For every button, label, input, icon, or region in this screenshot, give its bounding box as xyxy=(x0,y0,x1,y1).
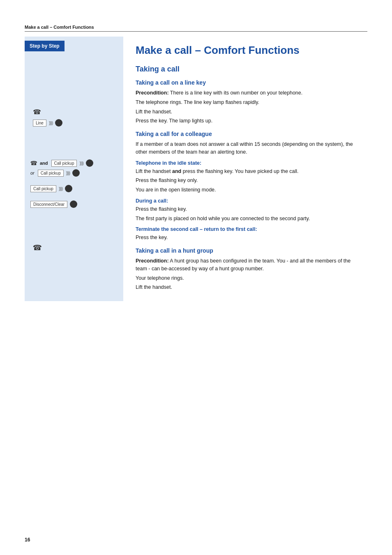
line-key-line2: Lift the handset. xyxy=(136,108,359,116)
subsection-hunt-group-title: Taking a call in a hunt group xyxy=(136,247,359,254)
call-pickup-box-2: Call pickup xyxy=(38,170,64,177)
diagram-colleague: ☎ and Call pickup )))) or Call pickup ))… xyxy=(25,131,123,215)
diagram-row-during: Call pickup )))) xyxy=(30,185,119,192)
line-key-line1: The telephone rings. The line key lamp f… xyxy=(136,99,359,106)
wave-icon-2: )))) xyxy=(79,161,83,166)
during-line1: Press the flashing key. xyxy=(136,205,359,213)
idle-line1: Lift the handset and press the flashing … xyxy=(136,168,359,175)
page-number: 16 xyxy=(25,537,30,543)
diagram-row-handset-hunt: ☎ xyxy=(33,243,119,252)
content-area: Step by Step ☎ Line )))) xyxy=(25,37,367,301)
hunt-line1: Your telephone rings. xyxy=(136,274,359,282)
line-key-line3: Press the key. The lamp lights up. xyxy=(136,117,359,125)
terminate-line1: Press the key. xyxy=(136,234,359,242)
handset-icon-3: ☎ xyxy=(33,243,42,252)
diagram-row-line-key: Line )))) xyxy=(33,119,119,127)
call-pickup-box-3: Call pickup xyxy=(30,185,56,192)
subsection-line-key-title: Taking a call on a line key xyxy=(136,79,359,86)
breadcrumb: Make a call – Comfort Functions xyxy=(25,25,94,30)
wave-icon-1: )))) xyxy=(49,121,53,125)
hunt-line2: Lift the handset. xyxy=(136,283,359,291)
during-line2: The first party is placed on hold while … xyxy=(136,215,359,223)
wave-icon-4: )))) xyxy=(59,187,62,191)
idle-line3: You are in the open listening mode. xyxy=(136,186,359,194)
header-line: Make a call – Comfort Functions xyxy=(25,25,367,32)
and-bold: and xyxy=(172,168,181,174)
main-title: Make a call – Comfort Functions xyxy=(136,44,359,57)
section-taking-a-call: Taking a call xyxy=(136,65,359,74)
hunt-precondition: Precondition: A hunt group has been conf… xyxy=(136,257,359,273)
idle-line2: Press the flashing key only. xyxy=(136,177,359,184)
page: Make a call – Comfort Functions Step by … xyxy=(0,0,392,555)
line-key-box: Line xyxy=(33,120,46,127)
and-label: and xyxy=(40,161,48,166)
circle-btn-1 xyxy=(55,119,62,127)
subsection-colleague-title: Taking a call for a colleague xyxy=(136,131,359,137)
diagram-row-or: or Call pickup )))) xyxy=(30,169,119,177)
or-label: or xyxy=(30,170,35,175)
circle-btn-3 xyxy=(72,169,80,177)
terminate-label: Terminate the second call – return to th… xyxy=(136,226,359,232)
diagram-row-handset1: ☎ xyxy=(33,108,119,116)
precondition-text-1: There is a line key with its own number … xyxy=(170,90,302,96)
circle-btn-4 xyxy=(65,185,72,192)
precondition-label-2: Precondition: xyxy=(136,258,169,264)
precondition-line-key: Precondition: There is a line key with i… xyxy=(136,89,359,97)
diagram-line-key: ☎ Line )))) xyxy=(25,55,123,131)
left-panel: Step by Step ☎ Line )))) xyxy=(25,37,123,301)
circle-btn-2 xyxy=(86,159,93,167)
call-pickup-box-1: Call pickup xyxy=(51,160,77,167)
colleague-intro: If a member of a team does not answer a … xyxy=(136,140,359,156)
precondition-label-1: Precondition: xyxy=(136,90,169,96)
diagram-row-disconnect: Disconnect/Clear xyxy=(30,200,119,208)
wave-icon-3: )))) xyxy=(66,171,70,175)
step-by-step-label: Step by Step xyxy=(25,41,65,51)
handset-icon-2: ☎ xyxy=(30,160,37,166)
during-call-label: During a call: xyxy=(136,198,359,204)
disconnect-key-box: Disconnect/Clear xyxy=(30,201,67,208)
right-panel: Make a call – Comfort Functions Taking a… xyxy=(123,37,367,301)
circle-btn-5 xyxy=(70,200,77,208)
idle-state-label: Telephone in the idle state: xyxy=(136,160,359,166)
diagram-hunt-group: ☎ xyxy=(25,215,123,257)
diagram-row-and: ☎ and Call pickup )))) xyxy=(30,159,119,167)
handset-icon-1: ☎ xyxy=(33,108,41,116)
